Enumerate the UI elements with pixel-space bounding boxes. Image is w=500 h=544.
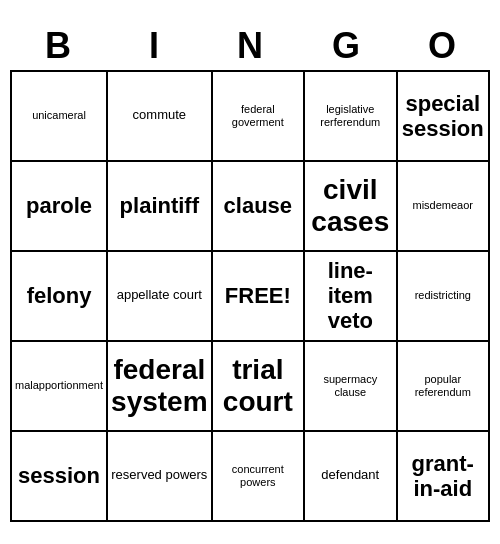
cell-3-4: popular referendum: [398, 342, 490, 432]
cell-4-2: concurrent powers: [213, 432, 305, 522]
cell-4-4: grant-in-aid: [398, 432, 490, 522]
cell-0-4: special session: [398, 72, 490, 162]
cell-0-1: commute: [108, 72, 213, 162]
cell-4-0: session: [12, 432, 108, 522]
bingo-letter-n: N: [202, 22, 298, 70]
cell-2-3: line-item veto: [305, 252, 397, 342]
cell-1-0: parole: [12, 162, 108, 252]
cell-3-0: malapportionment: [12, 342, 108, 432]
cell-2-1: appellate court: [108, 252, 213, 342]
cell-2-2: FREE!: [213, 252, 305, 342]
bingo-letter-o: O: [394, 22, 490, 70]
bingo-header: BINGO: [10, 22, 490, 70]
cell-1-1: plaintiff: [108, 162, 213, 252]
cell-0-3: legislative rerferendum: [305, 72, 397, 162]
cell-2-0: felony: [12, 252, 108, 342]
cell-2-4: redistricting: [398, 252, 490, 342]
cell-3-1: federal system: [108, 342, 213, 432]
cell-3-2: trial court: [213, 342, 305, 432]
cell-4-1: reserved powers: [108, 432, 213, 522]
cell-1-2: clause: [213, 162, 305, 252]
cell-1-4: misdemeaor: [398, 162, 490, 252]
cell-0-2: federal goverment: [213, 72, 305, 162]
bingo-letter-b: B: [10, 22, 106, 70]
bingo-grid: unicameralcommutefederal govermentlegisl…: [10, 70, 490, 522]
bingo-letter-i: I: [106, 22, 202, 70]
cell-1-3: civil cases: [305, 162, 397, 252]
bingo-card: BINGO unicameralcommutefederal goverment…: [10, 22, 490, 522]
cell-3-3: supermacy clause: [305, 342, 397, 432]
cell-0-0: unicameral: [12, 72, 108, 162]
bingo-letter-g: G: [298, 22, 394, 70]
cell-4-3: defendant: [305, 432, 397, 522]
